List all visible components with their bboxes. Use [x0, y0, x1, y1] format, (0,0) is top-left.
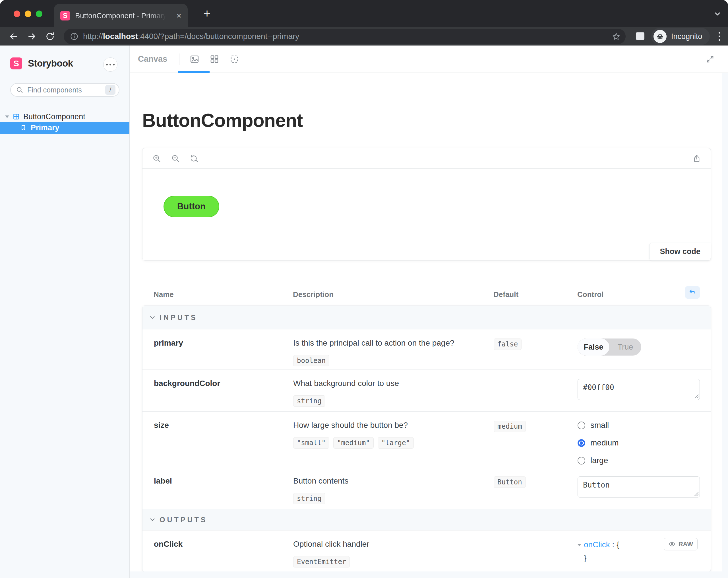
zoom-reset-icon[interactable] [190, 154, 199, 163]
section-inputs[interactable]: INPUTS [142, 306, 711, 329]
new-tab-button[interactable]: + [201, 7, 213, 20]
radio-unchecked-icon[interactable] [577, 422, 585, 429]
close-window-button[interactable] [14, 10, 20, 17]
url-scheme: http:// [83, 32, 103, 41]
column-header-description: Description [293, 290, 493, 299]
boolean-toggle[interactable]: False True [577, 338, 641, 356]
table-row-backgroundcolor: backgroundColor What background color to… [142, 370, 711, 411]
type-chip: string [293, 395, 325, 407]
browser-tab[interactable]: S ButtonComponent - Primary · Storybook … [54, 4, 188, 27]
radio-label: small [590, 421, 609, 430]
search-input[interactable] [27, 86, 96, 94]
rendered-button[interactable]: Button [163, 196, 219, 217]
expand-caret-icon[interactable] [5, 116, 9, 118]
zoom-out-icon[interactable] [171, 154, 180, 163]
reload-button[interactable] [45, 31, 55, 42]
radio-medium[interactable]: medium [577, 438, 697, 448]
storybook-app: S Storybook / ButtonComponent [0, 46, 728, 578]
brand-row: S Storybook [10, 57, 73, 69]
address-bar[interactable]: http://localhost:4400/?path=/docs/button… [64, 29, 626, 44]
type-chip: EventEmitter [293, 556, 350, 568]
toggle-true[interactable]: True [609, 338, 641, 356]
story-canvas: Button [142, 169, 711, 260]
brand-name: Storybook [28, 58, 73, 69]
arg-description-text: Optional click handler [293, 539, 494, 549]
tab-title: ButtonComponent - Primary · Storybook [75, 11, 165, 20]
table-row-label: label Button contents string Button Butt… [142, 467, 711, 509]
arg-default [494, 530, 577, 539]
fullscreen-icon[interactable] [706, 55, 714, 64]
docs-page: ButtonComponent [130, 73, 728, 578]
radio-small[interactable]: small [577, 421, 697, 430]
arg-description: Optional click handler EventEmitter [293, 530, 494, 568]
main-panel: Canvas Docs ButtonComponen [130, 46, 728, 578]
section-label: INPUTS [159, 313, 198, 322]
maximize-window-button[interactable] [36, 10, 42, 17]
radio-large[interactable]: large [577, 456, 697, 465]
background-image-icon[interactable] [190, 54, 199, 64]
component-label: ButtonComponent [23, 112, 85, 121]
share-icon[interactable] [693, 154, 701, 163]
grid-icon[interactable] [210, 54, 219, 64]
url-host: localhost [103, 32, 138, 41]
back-button[interactable] [8, 31, 19, 42]
raw-toggle-button[interactable]: RAW [664, 538, 698, 550]
table-row-size: size How large should the button be? "sm… [142, 411, 711, 467]
search-shortcut-key: / [105, 85, 115, 95]
arg-control: #00ff00 [577, 370, 700, 401]
story-preview-panel: Button Show code [142, 148, 711, 260]
arg-description: What background color to use string [293, 370, 494, 407]
radio-unchecked-icon[interactable] [577, 457, 585, 464]
incognito-badge: Incognito [651, 28, 710, 45]
collapse-caret-icon[interactable] [577, 544, 581, 546]
tab-canvas[interactable]: Canvas [138, 54, 167, 64]
table-row-primary: primary Is this the principal call to ac… [142, 329, 711, 370]
reset-controls-button[interactable] [685, 286, 700, 299]
radio-checked-icon[interactable] [577, 439, 585, 447]
size-radio-group: small medium large [577, 421, 697, 465]
type-chip: boolean [293, 355, 329, 367]
story-bookmark-icon [20, 124, 27, 131]
show-code-button[interactable]: Show code [649, 243, 711, 260]
section-outputs[interactable]: OUTPUTS [142, 509, 711, 530]
arg-control: Button [577, 467, 700, 499]
page-title: ButtonComponent [142, 109, 303, 131]
docs-background-band [130, 572, 728, 578]
chrome-menu-icon[interactable] [714, 31, 725, 42]
measure-outline-icon[interactable] [230, 54, 239, 64]
search-icon [16, 86, 23, 94]
zoom-in-icon[interactable] [152, 154, 161, 163]
object-key[interactable]: onClick [584, 540, 610, 549]
storybook-logo-icon: S [10, 57, 22, 69]
component-grid-icon [12, 113, 20, 120]
bookmark-star-icon[interactable] [612, 32, 621, 41]
arg-description: Button contents string [293, 467, 494, 504]
shortcuts-menu-button[interactable] [103, 57, 118, 72]
search-box[interactable]: / [10, 83, 120, 97]
scroll-gutter[interactable] [722, 73, 728, 578]
arg-description: Is this the principal call to action on … [293, 329, 494, 367]
arg-default: medium [494, 411, 577, 432]
window-controls [14, 10, 42, 17]
arg-default: false [494, 329, 577, 350]
url-text: http://localhost:4400/?path=/docs/button… [83, 32, 299, 41]
tab-search-chevron-icon[interactable] [713, 10, 722, 18]
minimize-window-button[interactable] [25, 10, 31, 17]
side-panel-icon[interactable] [635, 31, 646, 42]
url-path: :4400/?path=/docs/buttoncomponent--prima… [138, 32, 299, 41]
sidebar: S Storybook / ButtonComponent [0, 46, 130, 578]
default-chip: Button [494, 476, 526, 488]
backgroundcolor-input[interactable]: #00ff00 [577, 379, 700, 400]
args-table: INPUTS primary Is this the principal cal… [142, 305, 711, 572]
toggle-false[interactable]: False [577, 338, 609, 356]
site-info-icon[interactable] [70, 32, 78, 41]
sidebar-item-primary-selected[interactable]: Primary [0, 122, 129, 134]
forward-button[interactable] [27, 31, 37, 42]
label-input[interactable]: Button [577, 476, 700, 498]
arg-name: backgroundColor [142, 370, 293, 388]
type-chip: string [293, 493, 325, 504]
section-label: OUTPUTS [159, 516, 207, 524]
sidebar-item-buttoncomponent[interactable]: ButtonComponent [0, 110, 129, 123]
arg-description-text: How large should the button be? [293, 421, 494, 430]
tab-close-icon[interactable]: × [176, 11, 181, 20]
